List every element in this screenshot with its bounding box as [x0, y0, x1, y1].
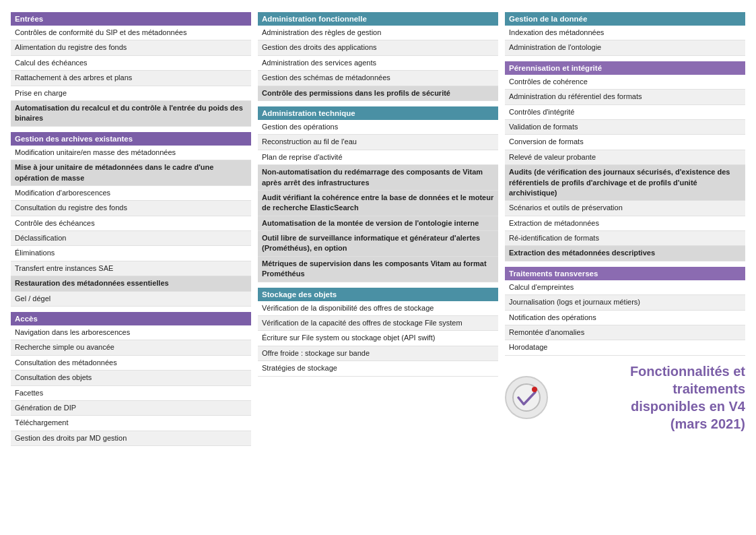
- row-item: Contrôle des échéances: [11, 216, 251, 231]
- row-item: Génération de DIP: [11, 401, 251, 416]
- section-traitements-transverses: Traitements transversesCalcul d'empreint…: [505, 267, 745, 356]
- row-item: Contrôles d'intégrité: [505, 105, 745, 120]
- section-header-admin-technique: Administration technique: [258, 106, 498, 120]
- logo-circle: [505, 376, 548, 419]
- check-icon: [512, 383, 541, 412]
- row-item: Contrôle des permissions dans les profil…: [258, 86, 498, 101]
- row-item: Administration des règles de gestion: [258, 26, 498, 40]
- row-item: Gestion des droits des applications: [258, 40, 498, 55]
- row-item: Journalisation (logs et journaux métiers…: [505, 295, 745, 310]
- rows-gestion-donnee: Indexation des métadonnéesAdministration…: [505, 26, 745, 56]
- row-item: Remontée d'anomalies: [505, 325, 745, 340]
- row-item: Éliminations: [11, 246, 251, 261]
- row-item: Administration de l'ontologie: [505, 40, 745, 55]
- section-admin-fonctionnelle: Administration fonctionnelleAdministrati…: [258, 12, 498, 101]
- column-1: EntréesContrôles de conformité du SIP et…: [11, 12, 251, 451]
- row-item: Extraction de métadonnées: [505, 216, 745, 231]
- row-item: Facettes: [11, 386, 251, 401]
- row-item: Reconstruction au fil de l'eau: [258, 135, 498, 150]
- rows-admin-fonctionnelle: Administration des règles de gestionGest…: [258, 26, 498, 101]
- row-item: Contrôles de cohérence: [505, 75, 745, 90]
- row-item: Gestion des droits par MD gestion: [11, 431, 251, 446]
- row-item: Vérification de la disponibilité des off…: [258, 301, 498, 316]
- row-item: Consultation des objets: [11, 371, 251, 385]
- rows-admin-technique: Gestion des opérationsReconstruction au …: [258, 120, 498, 282]
- section-stockage-objets: Stockage des objetsVérification de la di…: [258, 288, 498, 377]
- row-item: Gestion des opérations: [258, 120, 498, 135]
- row-item: Plan de reprise d'activité: [258, 150, 498, 165]
- footer-title: Fonctionnalités et traitementsdisponible…: [559, 363, 745, 433]
- row-item: Consultation du registre des fonds: [11, 201, 251, 216]
- row-item: Écriture sur File system ou stockage obj…: [258, 331, 498, 346]
- section-header-admin-fonctionnelle: Administration fonctionnelle: [258, 12, 498, 26]
- row-item: Métriques de supervision dans les compos…: [258, 257, 498, 282]
- row-item: Prise en charge: [11, 86, 251, 101]
- row-item: Transfert entre instances SAE: [11, 261, 251, 276]
- section-header-stockage-objets: Stockage des objets: [258, 288, 498, 301]
- row-item: Alimentation du registre des fonds: [11, 40, 251, 55]
- section-header-traitements-transverses: Traitements transverses: [505, 267, 745, 280]
- row-item: Ré-identification de formats: [505, 231, 745, 246]
- row-item: Audit vérifiant la cohérence entre la ba…: [258, 191, 498, 216]
- rows-perennisation: Contrôles de cohérenceAdministration du …: [505, 75, 745, 261]
- section-header-gestion-archives: Gestion des archives existantes: [11, 132, 251, 146]
- row-item: Vérification de la capacité des offres d…: [258, 316, 498, 331]
- row-item: Stratégies de stockage: [258, 361, 498, 376]
- column-3: Gestion de la donnéeIndexation des métad…: [505, 12, 745, 433]
- row-item: Modification unitaire/en masse des métad…: [11, 146, 251, 160]
- row-item: Extraction des métadonnées descriptives: [505, 246, 745, 261]
- svg-point-1: [532, 387, 537, 392]
- section-admin-technique: Administration techniqueGestion des opér…: [258, 106, 498, 282]
- row-item: Scénarios et outils de préservation: [505, 201, 745, 216]
- row-item: Rattachement à des arbres et plans: [11, 71, 251, 86]
- row-item: Conversion de formats: [505, 135, 745, 150]
- section-gestion-donnee: Gestion de la donnéeIndexation des métad…: [505, 12, 745, 56]
- row-item: Automatisation de la montée de version d…: [258, 216, 498, 231]
- row-item: Contrôles de conformité du SIP et des mé…: [11, 26, 251, 40]
- section-header-perennisation: Pérennisation et intégrité: [505, 61, 745, 75]
- rows-gestion-archives: Modification unitaire/en masse des métad…: [11, 146, 251, 307]
- section-acces: AccèsNavigation dans les arborescencesRe…: [11, 312, 251, 446]
- rows-entrees: Contrôles de conformité du SIP et des mé…: [11, 26, 251, 127]
- row-item: Navigation dans les arborescences: [11, 325, 251, 340]
- rows-stockage-objets: Vérification de la disponibilité des off…: [258, 301, 498, 377]
- row-item: Déclassification: [11, 231, 251, 246]
- row-item: Indexation des métadonnées: [505, 26, 745, 40]
- main-grid: EntréesContrôles de conformité du SIP et…: [11, 12, 745, 451]
- row-item: Consultation des métadonnées: [11, 356, 251, 371]
- row-item: Calcul d'empreintes: [505, 280, 745, 295]
- row-item: Modification d'arborescences: [11, 186, 251, 201]
- row-item: Validation de formats: [505, 120, 745, 135]
- row-item: Téléchargement: [11, 416, 251, 431]
- section-header-acces: Accès: [11, 312, 251, 325]
- column-2: Administration fonctionnelleAdministrati…: [258, 12, 498, 382]
- section-perennisation: Pérennisation et intégritéContrôles de c…: [505, 61, 745, 261]
- section-header-gestion-donnee: Gestion de la donnée: [505, 12, 745, 26]
- row-item: Gestion des schémas de métadonnées: [258, 71, 498, 86]
- row-item: Outil libre de surveillance informatique…: [258, 231, 498, 257]
- row-item: Calcul des échéances: [11, 56, 251, 71]
- row-item: Non-automatisation du redémarrage des co…: [258, 165, 498, 191]
- row-item: Recherche simple ou avancée: [11, 340, 251, 355]
- row-item: Restauration des métadonnées essentielle…: [11, 276, 251, 291]
- rows-traitements-transverses: Calcul d'empreintesJournalisation (logs …: [505, 280, 745, 356]
- row-item: Offre froide : stockage sur bande: [258, 346, 498, 361]
- section-entrees: EntréesContrôles de conformité du SIP et…: [11, 12, 251, 127]
- row-item: Administration du référentiel des format…: [505, 90, 745, 104]
- section-gestion-archives: Gestion des archives existantesModificat…: [11, 132, 251, 307]
- row-item: Gel / dégel: [11, 292, 251, 307]
- rows-acces: Navigation dans les arborescencesRecherc…: [11, 325, 251, 446]
- section-header-entrees: Entrées: [11, 12, 251, 26]
- row-item: Audits (de vérification des journaux séc…: [505, 165, 745, 201]
- footer-logo-area: Fonctionnalités et traitementsdisponible…: [505, 363, 745, 433]
- row-item: Administration des services agents: [258, 56, 498, 71]
- row-item: Relevé de valeur probante: [505, 150, 745, 165]
- row-item: Mise à jour unitaire de métadonnées dans…: [11, 160, 251, 186]
- row-item: Horodatage: [505, 340, 745, 355]
- row-item: Notification des opérations: [505, 311, 745, 325]
- row-item: Automatisation du recalcul et du contrôl…: [11, 101, 251, 127]
